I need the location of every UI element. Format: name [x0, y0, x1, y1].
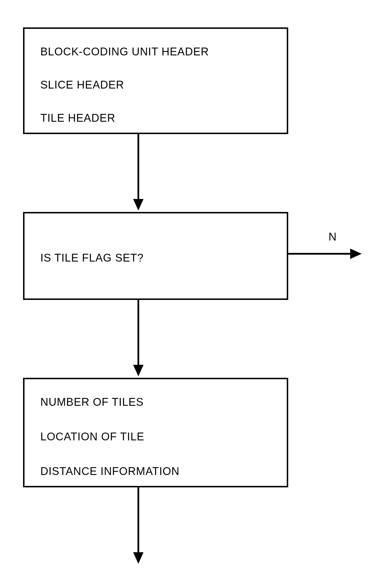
edge-label-n: N [329, 231, 336, 243]
box1-line2: TILE HEADER [40, 111, 115, 125]
svg-marker-3 [350, 249, 362, 259]
arrow-down-1 [130, 134, 147, 212]
svg-marker-7 [133, 552, 144, 564]
box1-line1: SLICE HEADER [40, 78, 124, 92]
box2-line0: IS TILE FLAG SET? [40, 251, 144, 265]
arrow-down-2 [130, 300, 147, 378]
box1-line0: BLOCK-CODING UNIT HEADER [40, 45, 209, 59]
arrow-right-n [288, 245, 363, 262]
decision-box-tile-flag: IS TILE FLAG SET? [23, 212, 288, 300]
svg-marker-5 [133, 365, 144, 376]
svg-marker-1 [133, 199, 144, 211]
arrow-down-3 [130, 487, 147, 565]
box3-line2: DISTANCE INFORMATION [40, 464, 180, 478]
process-box-headers: BLOCK-CODING UNIT HEADER SLICE HEADER TI… [23, 27, 288, 134]
process-box-tile-info: NUMBER OF TILES LOCATION OF TILE DISTANC… [23, 378, 288, 487]
box3-line1: LOCATION OF TILE [40, 430, 144, 444]
box3-line0: NUMBER OF TILES [40, 395, 144, 409]
